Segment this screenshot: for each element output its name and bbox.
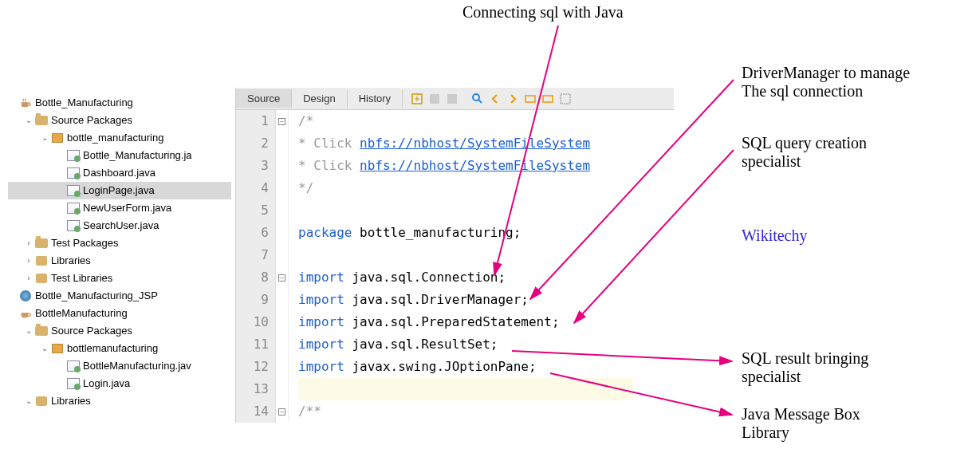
expand-icon[interactable]: ⌄ xyxy=(24,392,33,410)
tab-history[interactable]: History xyxy=(348,89,403,108)
project-icon xyxy=(19,307,32,320)
nav-icon[interactable] xyxy=(444,91,460,107)
annotation-text: DriverManager to manageThe sql connectio… xyxy=(742,64,910,100)
nav-icon[interactable] xyxy=(427,91,443,107)
package-node[interactable]: ⌄ bottle_manufacturing xyxy=(40,129,235,147)
java-file-icon xyxy=(67,219,80,232)
java-file[interactable]: Dashboard.java xyxy=(56,164,235,182)
svg-rect-10 xyxy=(561,94,570,104)
svg-rect-3 xyxy=(22,313,29,316)
line-gutter: 1234567891011121314 xyxy=(236,110,276,423)
libraries-icon xyxy=(35,254,48,267)
editor-toolbar xyxy=(403,91,573,107)
search-icon[interactable] xyxy=(470,91,486,107)
project-node[interactable]: Bottle_Manufacturing xyxy=(8,94,235,112)
tab-source[interactable]: Source xyxy=(236,89,292,108)
tab-design[interactable]: Design xyxy=(292,89,347,108)
wikitechy-label: Wikitechy xyxy=(742,226,808,245)
source-packages-node[interactable]: ⌄ Source Packages xyxy=(24,112,235,129)
svg-rect-6 xyxy=(447,94,457,104)
libraries-icon xyxy=(35,395,48,408)
package-icon xyxy=(51,132,64,144)
expand-icon[interactable]: ⌄ xyxy=(24,112,33,129)
nav-icon[interactable] xyxy=(522,91,538,107)
editor-tabs: Source Design History xyxy=(236,88,674,110)
java-file[interactable]: Login.java xyxy=(56,375,235,392)
java-file-icon xyxy=(67,184,80,197)
expand-icon[interactable]: › xyxy=(24,252,33,270)
test-libraries-node[interactable]: ›Test Libraries xyxy=(24,270,235,287)
expand-icon[interactable]: ⌄ xyxy=(40,129,49,147)
libraries-icon xyxy=(35,272,48,285)
java-file-icon xyxy=(67,360,80,372)
nav-icon[interactable] xyxy=(540,91,556,107)
java-file[interactable]: NewUserForm.java xyxy=(56,199,235,217)
fold-toggle-icon[interactable]: − xyxy=(278,274,285,282)
annotation-text: SQL query creationspecialist xyxy=(742,134,867,171)
java-file-icon xyxy=(67,377,80,390)
expand-icon[interactable]: ⌄ xyxy=(40,340,49,357)
annotation-text: SQL result bringingspecialist xyxy=(742,349,868,386)
folder-icon xyxy=(35,114,48,127)
svg-rect-9 xyxy=(543,96,553,102)
libraries-node[interactable]: ⌄Libraries xyxy=(24,392,235,410)
java-file[interactable]: SearchUser.java xyxy=(56,217,235,234)
folder-icon xyxy=(35,325,48,337)
java-file-icon xyxy=(67,202,80,215)
nav-icon[interactable] xyxy=(409,91,425,107)
expand-icon[interactable]: › xyxy=(24,234,33,252)
annotation-text: Java Message BoxLibrary xyxy=(742,405,860,442)
project-node[interactable]: BottleManufacturing xyxy=(8,305,235,322)
expand-icon[interactable]: ⌄ xyxy=(24,322,33,340)
svg-rect-5 xyxy=(430,94,439,104)
project-icon xyxy=(19,97,32,109)
globe-icon xyxy=(19,290,32,302)
source-packages-node[interactable]: ⌄Source Packages xyxy=(24,322,235,340)
java-file-icon xyxy=(67,167,80,179)
prev-icon[interactable] xyxy=(487,91,503,107)
java-file-icon xyxy=(67,149,80,162)
package-icon xyxy=(51,342,64,355)
fold-gutter: − − − xyxy=(276,110,289,423)
libraries-node[interactable]: ›Libraries xyxy=(24,252,235,270)
folder-icon xyxy=(35,237,48,250)
java-file[interactable]: Bottle_Manufacturing.ja xyxy=(56,147,235,164)
package-node[interactable]: ⌄bottlemanufacturing xyxy=(40,340,235,357)
project-explorer: Bottle_Manufacturing ⌄ Source Packages ⌄… xyxy=(0,88,235,423)
fold-toggle-icon[interactable]: − xyxy=(278,118,285,125)
expand-icon[interactable]: › xyxy=(24,270,33,287)
select-icon[interactable] xyxy=(557,91,573,107)
annotation-text: Connecting sql with Java xyxy=(462,3,624,22)
svg-rect-8 xyxy=(525,96,535,102)
next-icon[interactable] xyxy=(505,91,521,107)
svg-point-7 xyxy=(473,94,479,100)
svg-rect-1 xyxy=(22,102,29,105)
code-content[interactable]: /* * Click nbfs://nbhost/SystemFileSyste… xyxy=(289,110,633,423)
code-editor: Source Design History 123456789101112131… xyxy=(235,88,674,423)
project-node[interactable]: Bottle_Manufacturing_JSP xyxy=(8,287,235,305)
java-file[interactable]: BottleManufacturing.jav xyxy=(56,357,235,375)
test-packages-node[interactable]: ›Test Packages xyxy=(24,234,235,252)
project-label: Bottle_Manufacturing xyxy=(35,94,133,112)
fold-toggle-icon[interactable]: − xyxy=(278,408,285,416)
java-file-selected[interactable]: LoginPage.java xyxy=(8,182,231,199)
